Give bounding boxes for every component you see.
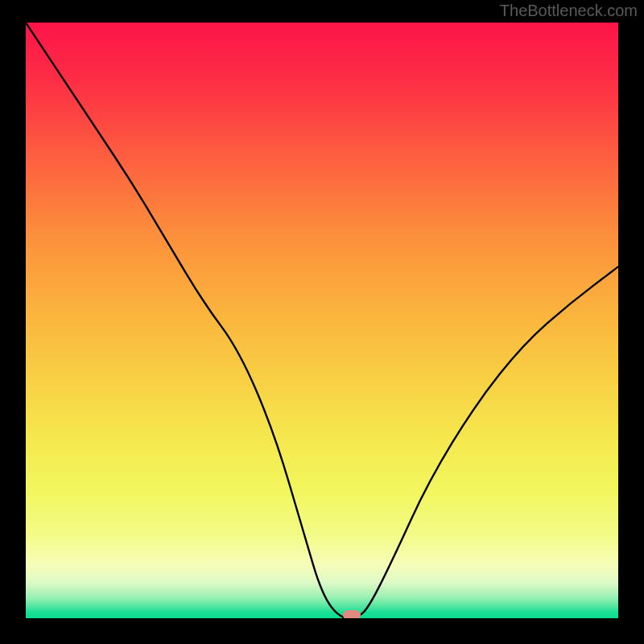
watermark-text: TheBottleneck.com — [500, 2, 638, 20]
optimal-point-marker — [343, 610, 361, 618]
bottleneck-curve — [26, 23, 618, 618]
chart-plot-area — [26, 23, 618, 618]
